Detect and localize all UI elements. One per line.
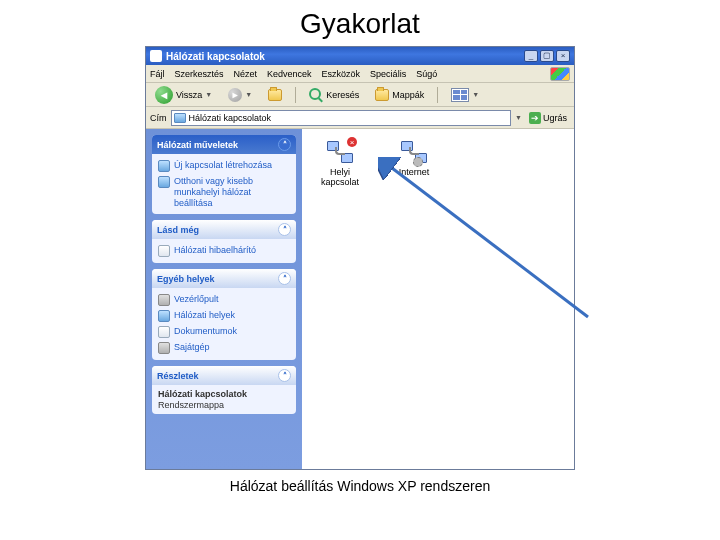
close-button[interactable]: ×	[556, 50, 570, 62]
toolbar: ◄ Vissza ▼ ► ▼ Keresés Mappák ▼	[146, 83, 574, 107]
task-new-connection[interactable]: Új kapcsolat létrehozása	[158, 158, 290, 174]
lan-connection-icon: ×	[325, 139, 355, 165]
menu-tools[interactable]: Eszközök	[322, 69, 361, 79]
go-button[interactable]: ➔ Ugrás	[526, 111, 570, 125]
chevron-down-icon: ▼	[472, 91, 479, 98]
details-name: Hálózati kapcsolatok	[158, 389, 290, 399]
separator	[295, 87, 296, 103]
address-label: Cím	[150, 113, 167, 123]
menu-advanced[interactable]: Speciális	[370, 69, 406, 79]
connection-label: Internet	[399, 167, 430, 177]
network-icon	[174, 113, 186, 123]
search-label: Keresés	[326, 90, 359, 100]
link-my-computer[interactable]: Sajátgép	[158, 340, 290, 356]
back-button[interactable]: ◄ Vissza ▼	[150, 83, 217, 107]
gear-badge-icon	[413, 157, 423, 167]
chevron-up-icon: ˄	[278, 138, 291, 151]
folder-icon	[375, 89, 389, 101]
connection-label: Helyi kapcsolat	[312, 167, 368, 187]
link-troubleshooter[interactable]: Hálózati hibaelhárító	[158, 243, 290, 259]
forward-arrow-icon: ►	[228, 88, 242, 102]
go-arrow-icon: ➔	[529, 112, 541, 124]
home-network-icon	[158, 176, 170, 188]
link-label: Vezérlőpult	[174, 294, 219, 305]
view-mode-button[interactable]: ▼	[446, 85, 484, 105]
maximize-button[interactable]: ▢	[540, 50, 554, 62]
panel-see-also: Lásd még ˄ Hálózati hibaelhárító	[152, 220, 296, 263]
content-area: Hálózati műveletek ˄ Új kapcsolat létreh…	[146, 129, 574, 469]
task-label: Otthoni vagy kisebb munkahelyi hálózat b…	[174, 176, 290, 208]
internet-connection-icon	[399, 139, 429, 165]
minimize-button[interactable]: _	[524, 50, 538, 62]
separator	[437, 87, 438, 103]
disabled-badge-icon: ×	[347, 137, 357, 147]
back-label: Vissza	[176, 90, 202, 100]
folders-button[interactable]: Mappák	[370, 86, 429, 104]
go-label: Ugrás	[543, 113, 567, 123]
panel-details: Részletek ˄ Hálózati kapcsolatok Rendsze…	[152, 366, 296, 414]
panel-network-tasks: Hálózati műveletek ˄ Új kapcsolat létreh…	[152, 135, 296, 214]
menu-file[interactable]: Fájl	[150, 69, 165, 79]
panel-header-details[interactable]: Részletek ˄	[152, 366, 296, 385]
titlebar[interactable]: Hálózati kapcsolatok _ ▢ ×	[146, 47, 574, 65]
address-value: Hálózati kapcsolatok	[189, 113, 272, 123]
window-title: Hálózati kapcsolatok	[166, 51, 524, 62]
link-control-panel[interactable]: Vezérlőpult	[158, 292, 290, 308]
back-arrow-icon: ◄	[155, 86, 173, 104]
help-icon	[158, 245, 170, 257]
task-setup-home-network[interactable]: Otthoni vagy kisebb munkahelyi hálózat b…	[158, 174, 290, 210]
main-pane[interactable]: × Helyi kapcsolat Internet	[302, 129, 574, 469]
search-icon	[309, 88, 323, 102]
link-label: Dokumentumok	[174, 326, 237, 337]
panel-title: Egyéb helyek	[157, 274, 215, 284]
chevron-down-icon[interactable]: ▼	[515, 114, 522, 121]
panel-other-places: Egyéb helyek ˄ Vezérlőpult Hálózati hely…	[152, 269, 296, 360]
menu-view[interactable]: Nézet	[234, 69, 258, 79]
link-network-places[interactable]: Hálózati helyek	[158, 308, 290, 324]
explorer-window: Hálózati kapcsolatok _ ▢ × Fájl Szerkesz…	[145, 46, 575, 470]
folder-up-icon	[268, 89, 282, 101]
my-computer-icon	[158, 342, 170, 354]
chevron-up-icon: ˄	[278, 272, 291, 285]
panel-title: Lásd még	[157, 225, 199, 235]
link-documents[interactable]: Dokumentumok	[158, 324, 290, 340]
addressbar: Cím Hálózati kapcsolatok ▼ ➔ Ugrás	[146, 107, 574, 129]
connection-internet[interactable]: Internet	[386, 139, 442, 187]
details-type: Rendszermappa	[158, 400, 224, 410]
tasks-sidebar: Hálózati műveletek ˄ Új kapcsolat létreh…	[146, 129, 302, 469]
network-places-icon	[150, 50, 162, 62]
panel-header-see-also[interactable]: Lásd még ˄	[152, 220, 296, 239]
panel-title: Hálózati műveletek	[157, 140, 238, 150]
windows-logo-icon	[550, 67, 570, 81]
control-panel-icon	[158, 294, 170, 306]
panel-header-other-places[interactable]: Egyéb helyek ˄	[152, 269, 296, 288]
up-button[interactable]	[263, 86, 287, 104]
menu-edit[interactable]: Szerkesztés	[175, 69, 224, 79]
svg-line-1	[388, 165, 588, 317]
link-label: Hálózati hibaelhárító	[174, 245, 256, 256]
link-label: Hálózati helyek	[174, 310, 235, 321]
menu-favorites[interactable]: Kedvencek	[267, 69, 312, 79]
menu-help[interactable]: Súgó	[416, 69, 437, 79]
new-connection-icon	[158, 160, 170, 172]
chevron-up-icon: ˄	[278, 369, 291, 382]
connection-local[interactable]: × Helyi kapcsolat	[312, 139, 368, 187]
slide-caption: Hálózat beállítás Windows XP rendszeren	[0, 478, 720, 494]
search-button[interactable]: Keresés	[304, 85, 364, 105]
chevron-down-icon: ▼	[245, 91, 252, 98]
chevron-down-icon: ▼	[205, 91, 212, 98]
panel-title: Részletek	[157, 371, 199, 381]
folders-label: Mappák	[392, 90, 424, 100]
menubar: Fájl Szerkesztés Nézet Kedvencek Eszközö…	[146, 65, 574, 83]
task-label: Új kapcsolat létrehozása	[174, 160, 272, 171]
view-grid-icon	[451, 88, 469, 102]
address-input[interactable]: Hálózati kapcsolatok	[171, 110, 512, 126]
chevron-up-icon: ˄	[278, 223, 291, 236]
panel-header-network-tasks[interactable]: Hálózati műveletek ˄	[152, 135, 296, 154]
slide-title: Gyakorlat	[0, 8, 720, 40]
forward-button[interactable]: ► ▼	[223, 85, 257, 105]
link-label: Sajátgép	[174, 342, 210, 353]
network-places-icon	[158, 310, 170, 322]
documents-icon	[158, 326, 170, 338]
